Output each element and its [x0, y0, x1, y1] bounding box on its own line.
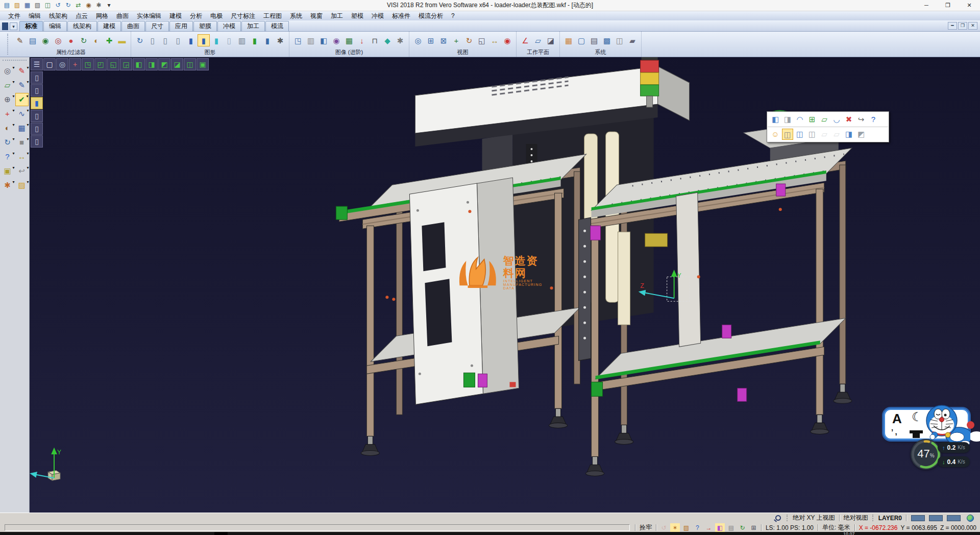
view-bottom-icon[interactable]: ◱ [107, 58, 119, 70]
view-zoom-fit-icon[interactable]: ⊠ [437, 34, 450, 46]
layer-slot-6-icon[interactable]: ▯ [31, 135, 43, 148]
save-icon[interactable]: ▦ [22, 1, 32, 10]
visibility-refresh-icon[interactable]: ↻ [78, 34, 90, 46]
cylinder-solid-icon[interactable]: ▮ [185, 34, 197, 46]
image-advanced-icon[interactable]: ✱ [394, 34, 406, 46]
cylinder-cyan-icon[interactable]: ▮ [210, 34, 223, 46]
redo-icon[interactable]: ↻ [63, 1, 73, 10]
menu-item-19[interactable]: ? [447, 11, 459, 20]
filter-lights-icon[interactable]: ● [65, 34, 77, 46]
image-stripe-icon[interactable]: ▥ [305, 34, 317, 46]
workplane-plane-icon[interactable]: ▱ [532, 34, 544, 46]
palette-datum-icon[interactable]: ⊞ [806, 114, 818, 125]
view-custom-icon[interactable]: ▣ [197, 58, 209, 70]
show-axes-icon[interactable]: + [69, 58, 81, 70]
close-button[interactable]: ✕ [959, 0, 980, 11]
toolbar-drag-handle[interactable] [7, 34, 10, 55]
view-iso-icon[interactable]: ◳ [82, 58, 94, 70]
cylinder-ghost-icon[interactable]: ▯ [223, 34, 235, 46]
tab-5[interactable]: 尺寸 [145, 21, 169, 31]
menu-item-14[interactable]: 加工 [327, 11, 347, 20]
units-indicator[interactable]: 单位: 毫米 [821, 523, 852, 532]
menu-item-17[interactable]: 标准件 [388, 11, 414, 20]
menu-item-6[interactable]: 实体编辑 [133, 11, 165, 20]
system-layers-icon[interactable]: ▤ [588, 34, 600, 46]
menu-item-13[interactable]: 视窗 [306, 11, 327, 20]
menu-item-10[interactable]: 尺寸标注 [227, 11, 259, 20]
system-slope-icon[interactable]: ▰ [626, 34, 639, 46]
refresh-icon[interactable]: ⇄ [74, 1, 83, 10]
screen-capture-icon[interactable]: ◉ [84, 1, 93, 10]
options-icon[interactable]: ✱ [94, 1, 104, 10]
mdi-close-button[interactable]: ✕ [968, 22, 977, 30]
workplane-cube-icon[interactable]: ◧ [715, 523, 725, 532]
maximize-button[interactable]: ❐ [937, 0, 959, 11]
image-new-icon[interactable]: ◳ [292, 34, 304, 46]
view-front-icon[interactable]: ◨ [145, 58, 158, 70]
layer-slot-4-icon[interactable]: ▯ [31, 110, 43, 122]
menu-item-12[interactable]: 系统 [286, 11, 306, 20]
grid-window-icon[interactable]: ⊞ [749, 523, 758, 532]
view-target-icon[interactable]: ◉ [501, 34, 513, 46]
palette-cube-solid-icon[interactable]: ◨ [843, 129, 854, 140]
cylinder-restore-icon[interactable]: ▮ [249, 34, 261, 46]
view-right-icon[interactable]: ◧ [133, 58, 145, 70]
view-left-icon[interactable]: ◲ [120, 58, 132, 70]
view-zoom-window-icon[interactable]: ⊞ [425, 34, 437, 46]
palette-help-icon[interactable]: ? [868, 114, 879, 125]
menu-item-8[interactable]: 分析 [186, 11, 206, 20]
tab-4[interactable]: 曲面 [121, 21, 145, 31]
tab-0[interactable]: 标准 [19, 21, 43, 31]
cylinder-active-icon[interactable]: ▮ [198, 34, 210, 46]
undo-icon[interactable]: ↺ [53, 1, 63, 10]
regen-icon[interactable]: ↻ [134, 34, 146, 46]
menu-item-11[interactable]: 工程图 [259, 11, 286, 20]
system-matrix-icon[interactable]: ▩ [601, 34, 613, 46]
arrow-cube-icon[interactable]: → [704, 523, 714, 532]
menu-item-3[interactable]: 点云 [71, 11, 92, 20]
plot-preview-icon[interactable]: ◫ [43, 1, 53, 10]
zoom-previous-icon[interactable]: ◎ [56, 58, 68, 70]
palette-mirror-icon[interactable]: ▱ [819, 114, 830, 125]
box-edit-icon[interactable]: ▨ [681, 523, 691, 532]
image-texture-icon[interactable]: ▦ [343, 34, 355, 46]
layer-color-swatch-1[interactable] [911, 515, 925, 521]
view-previous-icon[interactable]: ◱ [476, 34, 488, 46]
status-help-icon[interactable]: ? [693, 523, 702, 532]
palette-cube-top-icon[interactable]: ◩ [855, 129, 867, 140]
cylinder-copy-icon[interactable]: ▮ [261, 34, 274, 46]
view-dimetric-icon[interactable]: ◫ [184, 58, 196, 70]
attribute-sheet-icon[interactable]: ▤ [27, 34, 39, 46]
view-pan-icon[interactable]: + [450, 34, 462, 46]
layer-slot-5-icon[interactable]: ▯ [31, 123, 43, 135]
cylinder-wire-2-icon[interactable]: ▯ [159, 34, 172, 46]
mdi-restore-button[interactable]: ❐ [958, 22, 967, 30]
palette-gray-cube-icon[interactable]: ◨ [782, 114, 793, 125]
system-monitor-icon[interactable]: ▢ [575, 34, 587, 46]
lock-indicator[interactable]: 拴牢 [638, 523, 653, 532]
visibility-toggle-icon[interactable]: ◐ [90, 34, 103, 46]
tool-wheel-icon[interactable]: ✱ [1, 179, 14, 192]
graphics-tools-icon[interactable]: ✱ [274, 34, 286, 46]
view-measure-icon[interactable]: ↔ [488, 34, 501, 46]
cylinder-hatch-icon[interactable]: ▥ [236, 34, 248, 46]
tab-6[interactable]: 应用 [169, 21, 193, 31]
palette-flex-surface-icon[interactable]: ◠ [794, 114, 805, 125]
palette-cube-active-icon[interactable]: ◫ [782, 129, 793, 140]
view-rotate-icon[interactable]: ↻ [463, 34, 475, 46]
tab-3[interactable]: 建模 [97, 21, 121, 31]
workplane-axis-icon[interactable]: ∠ [519, 34, 531, 46]
view-menu-icon[interactable]: ☰ [31, 58, 43, 70]
percent-badge[interactable]: 47% [911, 439, 941, 470]
tab-7[interactable]: 塑膜 [193, 21, 217, 31]
screen-widget-overlay[interactable]: A ☾ ’ , [880, 404, 980, 476]
print-icon[interactable]: ▧ [33, 1, 42, 10]
menu-item-1[interactable]: 编辑 [24, 11, 45, 20]
layer-color-swatch-3[interactable] [947, 515, 961, 521]
layer-indicator[interactable]: LAYER0 [877, 515, 903, 522]
scale-indicator[interactable]: LS: 1.00 PS: 1.00 [764, 524, 815, 531]
cylinder-wire-3-icon[interactable]: ▯ [172, 34, 184, 46]
view-plane-icon[interactable]: ▢ [43, 58, 56, 70]
layer-color-swatch-2[interactable] [929, 515, 943, 521]
mdi-minimize-button[interactable]: ━ [948, 22, 957, 30]
